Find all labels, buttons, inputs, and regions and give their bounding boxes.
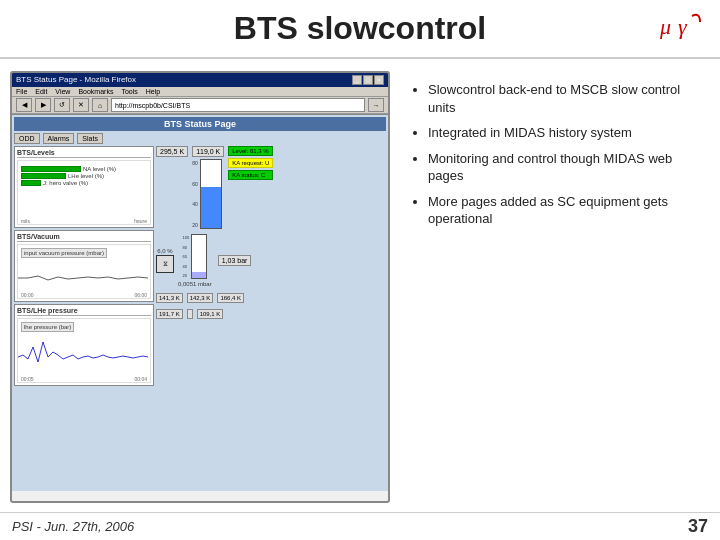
- scale-60: 60: [192, 181, 198, 187]
- back-btn[interactable]: ◀: [16, 98, 32, 112]
- go-btn[interactable]: →: [368, 98, 384, 112]
- tank-area: 119,0 K 80 60 40 20: [192, 146, 224, 229]
- bts-pressure-panel: BTS/LHe pressure lhe pressure (bar) 00:0…: [14, 304, 154, 386]
- reload-btn[interactable]: ↺: [54, 98, 70, 112]
- valve-area: 6,0 % ⧖: [156, 248, 174, 273]
- small-tank-scale: 100 80 60 40 20: [183, 234, 190, 279]
- lhe-level-bar: [21, 173, 66, 179]
- footer: PSI - Jun. 27th, 2006 37: [0, 512, 720, 540]
- temp-b1: 141,3 K: [156, 293, 183, 303]
- bar-value: 1,03 bar: [218, 255, 252, 266]
- address-bar[interactable]: http://mscpb0b/CSI/BTS: [111, 98, 365, 112]
- home-btn[interactable]: ⌂: [92, 98, 108, 112]
- temp-b3: 166,4 K: [217, 293, 244, 303]
- na-level-item: NA level (%): [21, 166, 147, 172]
- address-text: http://mscpb0b/CSI/BTS: [115, 102, 190, 109]
- level-display: Level: 61,3 %: [228, 146, 273, 156]
- chart-time-end: heure: [134, 218, 147, 224]
- bts-right-area: 295,5 K 119,0 K 80 60 40 20: [156, 146, 386, 488]
- bts-levels-panel: BTS/Levels NA level (%) LHe leve: [14, 146, 154, 228]
- bts-page-header: BTS Status Page: [14, 117, 386, 131]
- menu-edit[interactable]: Edit: [35, 88, 47, 95]
- browser-chrome: BTS Status Page - Mozilla Firefox _ □ × …: [12, 73, 388, 115]
- pressure-chart: lhe pressure (bar) 00:05 00:04: [17, 318, 151, 383]
- footer-date: PSI - Jun. 27th, 2006: [12, 519, 134, 534]
- scale-20: 20: [192, 222, 198, 228]
- j-valve-bar: [21, 180, 41, 186]
- info-panel: Slowcontrol back-end to MSCB slow contro…: [400, 71, 710, 503]
- close-btn[interactable]: ×: [374, 75, 384, 85]
- top-status-row: 295,5 K 119,0 K 80 60 40 20: [156, 146, 386, 229]
- browser-window-buttons: _ □ ×: [352, 75, 384, 85]
- bullet-3: Monitoring and control though MIDAS web …: [428, 150, 705, 185]
- s60: 60: [183, 254, 190, 259]
- status-indicators: Level: 61,3 % KA request: U KA status: C: [228, 146, 273, 180]
- s40: 40: [183, 264, 190, 269]
- pressure-t1: 00:05: [21, 376, 34, 382]
- footer-page-number: 37: [688, 516, 708, 537]
- ka-request: KA request: U: [228, 158, 273, 168]
- browser-content: BTS Status Page ODD Alarms Slats BTS/Lev…: [12, 115, 388, 491]
- bts-controls: ODD Alarms Slats: [14, 133, 386, 144]
- alarms-btn[interactable]: Alarms: [43, 133, 75, 144]
- menu-help[interactable]: Help: [146, 88, 160, 95]
- scale-80: 80: [192, 160, 198, 166]
- scale-40: 40: [192, 201, 198, 207]
- s100: 100: [183, 235, 190, 240]
- temp-b6: 109,1 K: [197, 309, 224, 319]
- svg-text:μ: μ: [659, 14, 671, 39]
- bullet-1: Slowcontrol back-end to MSCB slow contro…: [428, 81, 705, 116]
- stop-btn[interactable]: ✕: [73, 98, 89, 112]
- pressure-title: BTS/LHe pressure: [17, 307, 151, 316]
- small-tank-area: 100 80 60 40 20 0,0051 mbar: [178, 234, 212, 287]
- vacuum-label: input vacuum pressure (mbar): [21, 248, 107, 258]
- browser-panel: BTS Status Page - Mozilla Firefox _ □ × …: [10, 71, 390, 503]
- bottom-temps: 141,3 K 142,3 K 166,4 K: [156, 293, 386, 303]
- tank-fill: [201, 187, 221, 228]
- minimize-btn[interactable]: _: [352, 75, 362, 85]
- chart-time-start: mils: [21, 218, 30, 224]
- s20: 20: [183, 273, 190, 278]
- levels-title: BTS/Levels: [17, 149, 151, 158]
- vacuum-t2: 06:00: [134, 292, 147, 298]
- browser-toolbar: ◀ ▶ ↺ ✕ ⌂ http://mscpb0b/CSI/BTS →: [12, 97, 388, 114]
- main-tank: [200, 159, 222, 229]
- temp-b4: 191,7 K: [156, 309, 183, 319]
- j-valve-label: J: hero valve (%): [43, 180, 88, 186]
- small-tank-fill: [192, 272, 206, 278]
- vacuum-title: BTS/Vacuum: [17, 233, 151, 242]
- odd-btn[interactable]: ODD: [14, 133, 40, 144]
- small-tank: [191, 234, 207, 279]
- pressure-right: 1,03 bar: [218, 255, 252, 266]
- ka-status: KA status: C: [228, 170, 273, 180]
- temp-top-left: 295,5 K: [156, 146, 188, 157]
- forward-btn[interactable]: ▶: [35, 98, 51, 112]
- menu-file[interactable]: File: [16, 88, 27, 95]
- browser-menubar: File Edit View Bookmarks Tools Help: [12, 87, 388, 97]
- bullet-2: Integrated in MIDAS history system: [428, 124, 705, 142]
- browser-titlebar: BTS Status Page - Mozilla Firefox _ □ ×: [12, 73, 388, 87]
- vacuum-t1: 00:00: [21, 292, 34, 298]
- levels-chart: NA level (%) LHe level (%) J: hero valve…: [17, 160, 151, 225]
- page-title: BTS slowcontrol: [234, 10, 486, 47]
- title-bar: BTS slowcontrol μ γ: [0, 0, 720, 59]
- na-level-label: NA level (%): [83, 166, 116, 172]
- menu-tools[interactable]: Tools: [121, 88, 137, 95]
- bts-left-panels: BTS/Levels NA level (%) LHe leve: [14, 146, 154, 488]
- bullet-list: Slowcontrol back-end to MSCB slow contro…: [410, 81, 705, 228]
- menu-view[interactable]: View: [55, 88, 70, 95]
- svg-text:γ: γ: [678, 14, 688, 39]
- lhe-level-label: LHe level (%): [68, 173, 104, 179]
- temp-b5: [187, 309, 193, 319]
- logo: μ γ: [656, 8, 704, 52]
- browser-title: BTS Status Page - Mozilla Firefox: [16, 75, 136, 85]
- tank-scale: 80 60 40 20: [192, 159, 198, 229]
- lhe-level-item: LHe level (%): [21, 173, 147, 179]
- main-content: BTS Status Page - Mozilla Firefox _ □ × …: [0, 67, 720, 507]
- slats-btn[interactable]: Slats: [77, 133, 103, 144]
- bts-main-area: BTS/Levels NA level (%) LHe leve: [14, 146, 386, 488]
- temp-top-center: 119,0 K: [192, 146, 224, 157]
- maximize-btn[interactable]: □: [363, 75, 373, 85]
- pressure-t2: 00:04: [134, 376, 147, 382]
- menu-bookmarks[interactable]: Bookmarks: [78, 88, 113, 95]
